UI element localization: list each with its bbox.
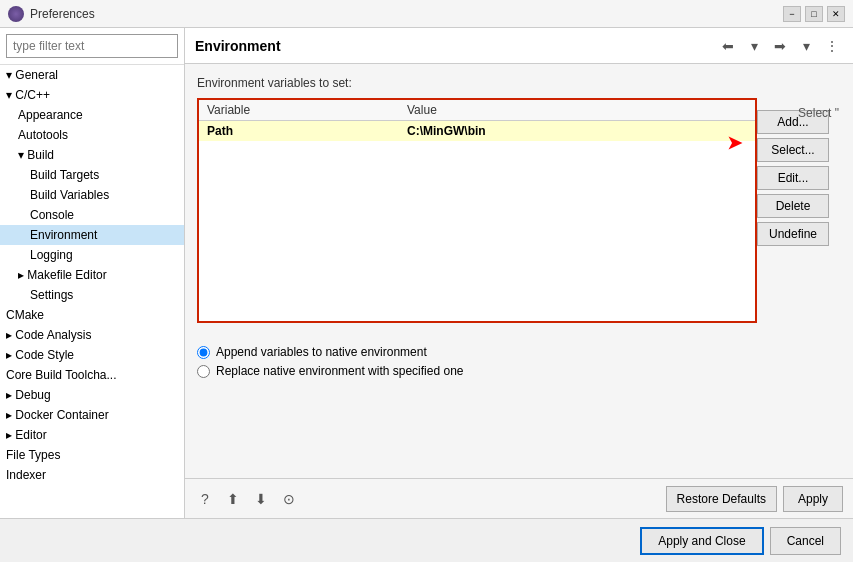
sidebar-item-general[interactable]: ▾ General — [0, 65, 184, 85]
right-content: Environment variables to set: Variable V… — [185, 64, 853, 478]
header-icons: ⬅ ▾ ➡ ▾ ⋮ — [717, 35, 843, 57]
sidebar-item-indexer[interactable]: Indexer — [0, 465, 184, 485]
sidebar-item-autotools[interactable]: Autotools — [0, 125, 184, 145]
env-table-container: Variable Value PathC:\MinGW\bin — [197, 98, 757, 323]
sidebar-item-buildTargets[interactable]: Build Targets — [0, 165, 184, 185]
title-bar: Preferences − □ ✕ — [0, 0, 853, 28]
sidebar-item-debug[interactable]: ▸ Debug — [0, 385, 184, 405]
sidebar-item-environment[interactable]: Environment — [0, 225, 184, 245]
app-icon — [8, 6, 24, 22]
sidebar-item-appearance[interactable]: Appearance — [0, 105, 184, 125]
table-row[interactable]: PathC:\MinGW\bin — [199, 121, 755, 142]
title-bar-text: Preferences — [30, 7, 783, 21]
env-table-empty-space[interactable] — [199, 141, 755, 321]
sidebar-item-settings[interactable]: Settings — [0, 285, 184, 305]
page-title: Environment — [195, 38, 717, 54]
info-icon[interactable]: ⊙ — [279, 489, 299, 509]
import-icon[interactable]: ⬇ — [251, 489, 271, 509]
side-buttons: ➤ Add... Select... Edit... Delete Undefi… — [757, 110, 829, 246]
forward-icon[interactable]: ➡ — [769, 35, 791, 57]
bottom-action-bar: ? ⬆ ⬇ ⊙ Restore Defaults Apply — [185, 478, 853, 518]
radio-append-input[interactable] — [197, 346, 210, 359]
col-value: Value — [399, 100, 755, 121]
sidebar-item-dockerContainer[interactable]: ▸ Docker Container — [0, 405, 184, 425]
right-panel: Environment ⬅ ▾ ➡ ▾ ⋮ Environment variab… — [185, 28, 853, 518]
left-panel: ▾ General▾ C/C++ Appearance Autotools▾ B… — [0, 28, 185, 518]
maximize-button[interactable]: □ — [805, 6, 823, 22]
bottom-left-icons: ? ⬆ ⬇ ⊙ — [195, 489, 299, 509]
section-label: Environment variables to set: — [197, 76, 841, 90]
select-button[interactable]: Select... — [757, 138, 829, 162]
radio-replace[interactable]: Replace native environment with specifie… — [197, 364, 841, 378]
radio-replace-label: Replace native environment with specifie… — [216, 364, 463, 378]
apply-and-close-button[interactable]: Apply and Close — [640, 527, 763, 555]
sidebar-item-coreBuildToolchain[interactable]: Core Build Toolcha... — [0, 365, 184, 385]
arrow-to-select: ➤ — [727, 132, 742, 154]
sidebar-item-codeStyle[interactable]: ▸ Code Style — [0, 345, 184, 365]
cancel-button[interactable]: Cancel — [770, 527, 841, 555]
main-area: ▾ General▾ C/C++ Appearance Autotools▾ B… — [0, 28, 853, 518]
sidebar-item-fileTypes[interactable]: File Types — [0, 445, 184, 465]
radio-append-label: Append variables to native environment — [216, 345, 427, 359]
undefine-button[interactable]: Undefine — [757, 222, 829, 246]
radio-append[interactable]: Append variables to native environment — [197, 345, 841, 359]
sidebar-item-editor[interactable]: ▸ Editor — [0, 425, 184, 445]
sidebar-item-codeAnalysis[interactable]: ▸ Code Analysis — [0, 325, 184, 345]
sidebar-item-buildVariables[interactable]: Build Variables — [0, 185, 184, 205]
sidebar-item-cpp[interactable]: ▾ C/C++ — [0, 85, 184, 105]
tree-container[interactable]: ▾ General▾ C/C++ Appearance Autotools▾ B… — [0, 65, 184, 518]
apply-button[interactable]: Apply — [783, 486, 843, 512]
col-variable: Variable — [199, 100, 399, 121]
dropdown2-icon[interactable]: ▾ — [795, 35, 817, 57]
right-header: Environment ⬅ ▾ ➡ ▾ ⋮ — [185, 28, 853, 64]
restore-defaults-button[interactable]: Restore Defaults — [666, 486, 777, 512]
dropdown-icon[interactable]: ▾ — [743, 35, 765, 57]
sidebar-item-makefileEditor[interactable]: ▸ Makefile Editor — [0, 265, 184, 285]
back-icon[interactable]: ⬅ — [717, 35, 739, 57]
filter-box — [0, 28, 184, 65]
cell-variable: Path — [199, 121, 399, 142]
dialog-buttons: Apply and Close Cancel — [0, 518, 853, 562]
delete-button[interactable]: Delete — [757, 194, 829, 218]
sidebar-item-logging[interactable]: Logging — [0, 245, 184, 265]
sidebar-item-cmake[interactable]: CMake — [0, 305, 184, 325]
sidebar-item-build[interactable]: ▾ Build — [0, 145, 184, 165]
title-bar-controls: − □ ✕ — [783, 6, 845, 22]
sidebar-item-console[interactable]: Console — [0, 205, 184, 225]
radio-group: Append variables to native environment R… — [197, 345, 841, 378]
edit-button[interactable]: Edit... — [757, 166, 829, 190]
radio-replace-input[interactable] — [197, 365, 210, 378]
export-icon[interactable]: ⬆ — [223, 489, 243, 509]
cell-value: C:\MinGW\bin — [399, 121, 755, 142]
minimize-button[interactable]: − — [783, 6, 801, 22]
env-table: Variable Value PathC:\MinGW\bin — [199, 100, 755, 141]
more-icon[interactable]: ⋮ — [821, 35, 843, 57]
select-annotation: Select " — [798, 106, 839, 120]
filter-input[interactable] — [6, 34, 178, 58]
close-button[interactable]: ✕ — [827, 6, 845, 22]
help-icon[interactable]: ? — [195, 489, 215, 509]
